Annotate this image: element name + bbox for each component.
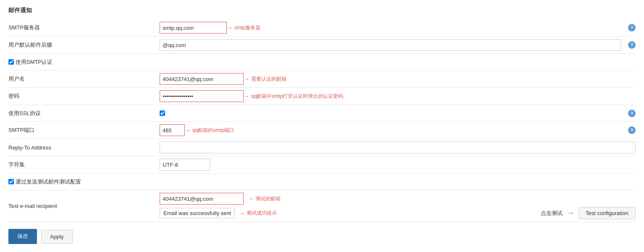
smtp-port-row: SMTP端口 → qq邮箱的smtp端口 ?	[8, 122, 636, 139]
test-email-input[interactable]	[160, 193, 244, 205]
default-suffix-row: 用户默认邮件后缀 ?	[8, 37, 636, 54]
arrow-icon: →	[248, 195, 254, 202]
use-ssl-checkbox[interactable]	[160, 110, 165, 116]
section-title: 邮件通知	[8, 7, 636, 14]
charset-label: 字符集	[8, 161, 160, 168]
smtp-server-field: → smtp服务器 ?	[160, 22, 636, 34]
reply-to-row: Reply-To Address	[8, 139, 636, 156]
username-label: 用户名	[8, 75, 160, 83]
smtp-server-input[interactable]	[160, 22, 227, 34]
use-ssl-label: 使用SSL协议	[8, 110, 160, 117]
charset-field	[160, 159, 636, 171]
smtp-server-help-icon[interactable]: ?	[628, 24, 636, 32]
smtp-server-row: SMTP服务器 → smtp服务器 ?	[8, 19, 636, 37]
use-smtp-auth-row: 使用SMTP认证	[8, 54, 636, 71]
password-field: → qq邮箱中smtp打开认证时弹出的认证密码	[160, 90, 636, 102]
smtp-port-input[interactable]	[160, 124, 185, 136]
click-test-label: 点击测试	[541, 210, 563, 217]
username-annotation: → 需要认证的邮箱	[244, 76, 287, 83]
smtp-port-field: → qq邮箱的smtp端口 ?	[160, 124, 636, 136]
smtp-server-annotation: → smtp服务器	[227, 24, 260, 32]
arrow-icon: →	[227, 24, 233, 31]
smtp-port-help-icon[interactable]: ?	[628, 126, 636, 134]
success-message: Email was successfully sent	[160, 208, 235, 218]
default-suffix-label: 用户默认邮件后缀	[8, 41, 160, 49]
test-email-label: Test e-mail recipient	[8, 203, 160, 209]
default-suffix-input[interactable]	[160, 39, 621, 51]
password-row: 密码 → qq邮箱中smtp打开认证时弹出的认证密码	[8, 88, 636, 105]
apply-button[interactable]: Apply	[41, 230, 73, 244]
password-annotation: → qq邮箱中smtp打开认证时弹出的认证密码	[244, 93, 343, 100]
test-email-field: → 测试的邮箱 Email was successfully sent → 测试…	[160, 193, 636, 219]
test-config-check-row: 通过发送测试邮件测试配置	[8, 173, 636, 190]
test-email-row: Test e-mail recipient → 测试的邮箱 Email was …	[8, 190, 636, 222]
smtp-port-label: SMTP端口	[8, 126, 160, 134]
use-smtp-auth-checkbox[interactable]	[8, 59, 14, 65]
test-config-checkbox[interactable]	[8, 179, 14, 184]
default-suffix-help-icon[interactable]: ?	[628, 41, 636, 49]
default-suffix-field: ?	[160, 39, 636, 51]
arrow-icon: →	[185, 127, 191, 134]
test-config-check-label: 通过发送测试邮件测试配置	[8, 178, 160, 186]
username-row: 用户名 → 需要认证的邮箱	[8, 71, 636, 88]
use-smtp-auth-label: 使用SMTP认证	[8, 58, 160, 66]
reply-to-label: Reply-To Address	[8, 144, 160, 151]
reply-to-field	[160, 142, 636, 153]
success-annotation: → 测试成功提示	[239, 210, 277, 217]
username-input[interactable]	[160, 73, 244, 85]
test-email-annotation: → 测试的邮箱	[248, 195, 281, 202]
test-config-button[interactable]: Test configuration	[578, 207, 636, 219]
save-button[interactable]: 保存	[8, 229, 37, 244]
charset-input[interactable]	[160, 159, 210, 171]
arrow-icon: →	[244, 76, 250, 82]
smtp-server-label: SMTP服务器	[8, 24, 160, 32]
use-ssl-row: 使用SSL协议 ?	[8, 105, 636, 122]
charset-row: 字符集	[8, 156, 636, 173]
username-field: → 需要认证的邮箱	[160, 73, 636, 85]
use-ssl-help-icon[interactable]: ?	[628, 110, 636, 117]
click-test-arrow: →	[567, 209, 574, 218]
smtp-port-annotation: → qq邮箱的smtp端口	[185, 127, 234, 134]
arrow-icon: →	[244, 93, 250, 100]
password-label: 密码	[8, 92, 160, 100]
use-ssl-field: ?	[160, 110, 636, 117]
arrow-icon: →	[239, 210, 245, 217]
button-row: 保存 Apply	[8, 222, 636, 251]
password-input[interactable]	[160, 90, 244, 102]
reply-to-input[interactable]	[160, 142, 636, 153]
